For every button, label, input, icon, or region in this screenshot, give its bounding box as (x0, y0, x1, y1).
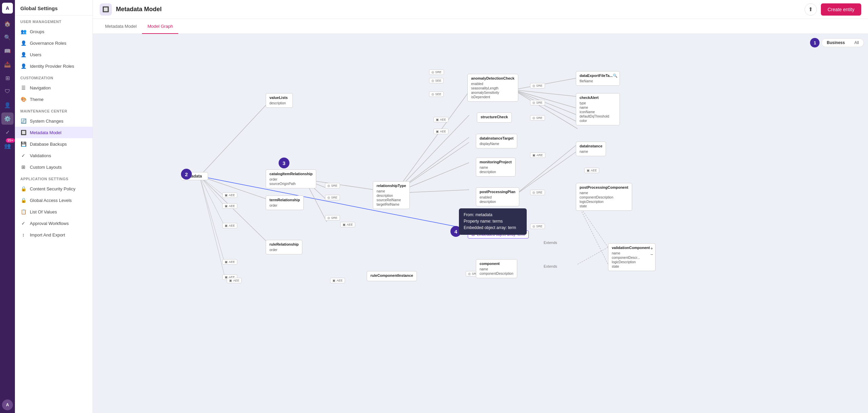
sidebar-label-identity-provider-roles: Identity Provider Roles (30, 64, 74, 69)
node-anomaly-detection[interactable]: anomalyDetectionCheck enabled seasonalit… (467, 74, 518, 102)
node-post-processing-component[interactable]: postProcessingComponent name componentDe… (576, 183, 632, 211)
node-rule-component-instance[interactable]: ruleComponentInstance (367, 271, 417, 281)
app-logo: A (2, 3, 13, 14)
node-data-export-file[interactable]: dataExportFileTa... fileName 🔍 (576, 71, 620, 86)
svg-line-2 (200, 176, 269, 244)
vc-add-icon[interactable]: + (650, 246, 653, 251)
node-data-instance-target[interactable]: dataInstanceTarget displayName (476, 134, 517, 148)
aee-cat-icon: ▣ (343, 223, 346, 226)
svg-line-21 (513, 90, 578, 108)
sidebar-label-import-and-export: Import And Export (30, 232, 65, 238)
badge-sre-rule: ◎ SRE (325, 215, 340, 221)
sidebar-item-global-access-levels[interactable]: 🔒 Global Access Levels (15, 194, 93, 206)
svg-line-0 (200, 102, 269, 176)
node-term-relationship[interactable]: termRelationship order (266, 195, 304, 210)
tabs-bar: Metadata Model Model Graph (93, 19, 868, 34)
badge-aee-1: ▣ AEE (433, 117, 448, 122)
badge-sre-3: ◎ SRE (530, 100, 545, 105)
sidebar-item-approval-workflows[interactable]: ✓ Approval Workflows (15, 218, 93, 229)
node-field-vc-comp-desc: componentDescr... (612, 255, 652, 260)
node-field-vc-state: state (612, 264, 652, 269)
approval-workflows-icon: ✓ (20, 220, 26, 226)
custom-layouts-icon: ⊞ (20, 164, 26, 170)
step-badge-3: 3 (279, 158, 289, 168)
create-entity-button[interactable]: Create entity (821, 3, 861, 16)
node-data-instance[interactable]: dataInstance name (576, 142, 606, 156)
sidebar-label-content-security-policy: Content Security Policy (30, 186, 75, 191)
sidebar-label-governance-roles: Governance Roles (30, 41, 66, 46)
sidebar-item-groups[interactable]: 👥 Groups (15, 26, 93, 37)
nav-settings-icon[interactable]: ⚙️ (1, 112, 14, 125)
badge-aee-left-4: ▣ AEE (222, 259, 237, 265)
node-title-post-plan: postProcessingPlan (480, 190, 516, 194)
node-field-is-dependent: isDependent (471, 95, 514, 99)
nav-home-icon[interactable]: 🏠 (1, 18, 14, 30)
toggle-business[interactable]: Business (822, 39, 849, 47)
node-catalog-item-relationship[interactable]: catalogItemRelationship order sourceOrig… (266, 169, 316, 188)
node-relationship-type[interactable]: relationshipType name description source… (373, 181, 410, 209)
node-title-value-lists: valueLists (269, 96, 289, 100)
vc-minus-icon[interactable]: − (650, 252, 653, 257)
nav-search-icon[interactable]: 🔍 (1, 31, 14, 43)
sidebar-item-import-and-export[interactable]: ↕ Import And Export (15, 229, 93, 241)
node-value-lists[interactable]: valueLists description (266, 93, 293, 108)
governance-icon: 👤 (20, 40, 26, 46)
tab-model-graph[interactable]: Model Graph (142, 19, 178, 34)
svg-line-24 (513, 90, 578, 129)
badge-aee-3: ▣ AEE (584, 168, 599, 173)
sidebar-label-navigation: Navigation (30, 85, 51, 90)
node-validation-component[interactable]: validationComponent name componentDescr.… (608, 243, 655, 271)
tab-metadata-model[interactable]: Metadata Model (100, 19, 142, 34)
sre-icon-4: ◎ (532, 116, 535, 120)
nav-shield-icon[interactable]: 🛡 (1, 85, 14, 98)
badge-sre-6: ◎ SRE (530, 224, 545, 229)
node-field-mon-name: name (480, 165, 512, 170)
node-field-data-instance-name: name (580, 149, 602, 154)
sidebar-item-system-changes[interactable]: 🔄 System Changes (15, 115, 93, 127)
nav-check-icon[interactable]: ✓ (1, 126, 14, 138)
sidebar-label-approval-workflows: Approval Workflows (30, 221, 69, 226)
user-avatar[interactable]: A (2, 399, 13, 410)
step-badge-1: 1 (810, 38, 820, 47)
sidebar-item-identity-provider-roles[interactable]: 👤 Identity Provider Roles (15, 60, 93, 72)
sidebar-item-navigation[interactable]: ☰ Navigation (15, 82, 93, 94)
search-icon-export: 🔍 (613, 74, 618, 78)
sidebar-item-governance-roles[interactable]: 👤 Governance Roles (15, 37, 93, 49)
badge-sre-1: ◎ SRE (429, 69, 444, 75)
node-structure-check[interactable]: structureCheck (477, 112, 512, 123)
database-backups-icon: 💾 (20, 141, 26, 147)
graph-area[interactable]: 1 Business All 2 3 4 valueLists descript… (93, 34, 868, 413)
badge-see-1: ◎ SEE (429, 78, 444, 83)
share-button[interactable]: ⬆ (805, 3, 817, 16)
node-post-processing-plan[interactable]: postProcessingPlan enabled description (476, 187, 519, 206)
nav-book-icon[interactable]: 📖 (1, 45, 14, 57)
node-rule-relationship[interactable]: ruleRelationship order (266, 240, 302, 254)
aee-left-icon-1: ▣ (225, 193, 228, 197)
sidebar-label-custom-layouts: Custom Layouts (30, 165, 62, 170)
node-field-pc-name: name (580, 191, 628, 195)
node-title-monitoring: monitoringProject (480, 160, 512, 164)
toggle-all[interactable]: All (850, 39, 864, 47)
topbar-icon: 🔲 (100, 3, 112, 16)
metadata-model-icon: 🔲 (20, 129, 26, 136)
node-monitoring-project[interactable]: monitoringProject name description (476, 158, 516, 177)
sidebar-item-theme[interactable]: 🎨 Theme (15, 94, 93, 105)
sidebar-item-users[interactable]: 👤 Users (15, 49, 93, 60)
sidebar-item-validations[interactable]: ✓ Validations (15, 150, 93, 161)
node-check-alert[interactable]: checkAlert type name iconName defaultDqT… (576, 93, 620, 125)
nav-grid-icon[interactable]: ⊞ (1, 72, 14, 84)
node-component[interactable]: component name componentDescription (476, 259, 517, 278)
node-field-comp-name: name (480, 267, 513, 271)
nav-inbox-icon[interactable]: 📥 (1, 58, 14, 70)
sidebar-item-list-of-values[interactable]: 📋 List Of Values (15, 206, 93, 218)
node-field-rel-target: targetRelName (377, 202, 406, 207)
node-field-pc-comp-desc: componentDescription (580, 195, 628, 200)
sidebar-item-content-security-policy[interactable]: 🔒 Content Security Policy (15, 183, 93, 194)
sidebar-item-metadata-model[interactable]: 🔲 Metadata Model (15, 127, 93, 138)
sre-icon-1: ◎ (431, 70, 434, 74)
nav-person-icon[interactable]: 👤 (1, 99, 14, 111)
sidebar-item-custom-layouts[interactable]: ⊞ Custom Layouts (15, 161, 93, 173)
sidebar-item-database-backups[interactable]: 💾 Database Backups (15, 138, 93, 150)
badge-aee-left-2: ▣ AEE (222, 203, 237, 209)
identity-icon: 👤 (20, 63, 26, 69)
